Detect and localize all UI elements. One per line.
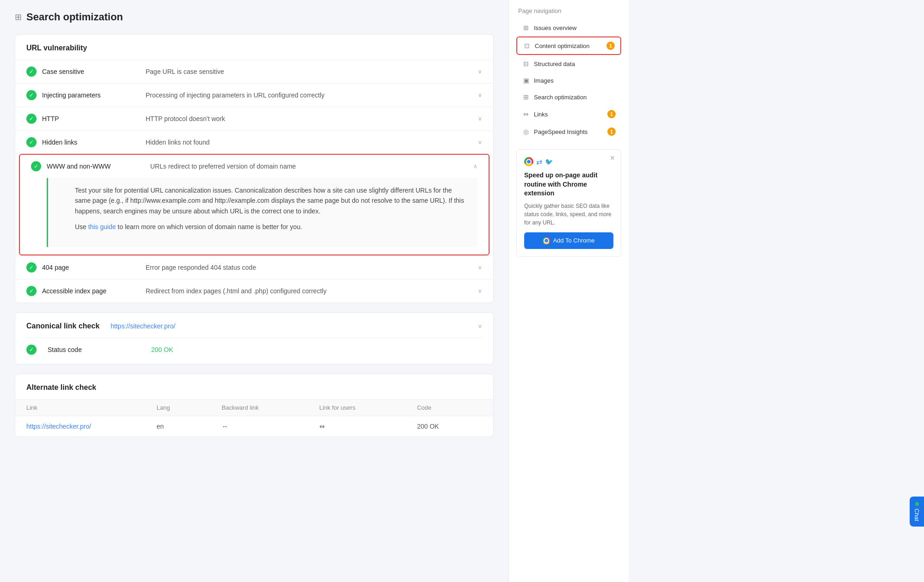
expanded-text-p1: Test your site for potential URL canonic… [75,185,466,216]
check-row-case-sensitive[interactable]: ✓ Case sensitive Page URL is case sensit… [15,60,493,83]
check-row-www[interactable]: ✓ WWW and non-WWW URLs redirect to prefe… [20,155,489,178]
chevron-404: ∨ [471,264,482,271]
links-icon: ⇔ [522,110,530,118]
canonical-status-row: ✓ Status code 200 OK [26,338,482,355]
alternate-table-header: Link Lang Backward link Link for users C… [15,399,493,416]
content-optimization-badge: 1 [606,42,615,50]
bird-icon: 🐦 [545,158,553,165]
pagespeed-icon: ◎ [522,128,530,135]
chevron-canonical: ∨ [471,323,482,329]
nav-label-links: Links [534,111,604,118]
check-label-accessible-index: Accessible index page [42,287,135,295]
row-lang: en [157,423,222,430]
check-icon-hidden-links: ✓ [26,137,37,147]
check-icon-status-code: ✓ [26,345,37,355]
check-icon-http: ✓ [26,114,37,124]
check-desc-injecting: Processing of injecting parameters in UR… [146,91,471,99]
arrows-icon: ⇄ [536,158,542,166]
row-backward: ↔ [222,423,319,430]
add-to-chrome-button[interactable]: Add To Chrome [524,232,613,249]
check-icon-case-sensitive: ✓ [26,67,37,77]
nav-label-images: Images [534,77,616,84]
chrome-promo: ✕ ⇄ 🐦 Speed up on-page audit routine wit… [516,149,621,257]
structured-data-icon: ⊟ [522,60,530,67]
alternate-title: Alternate link check [15,374,493,399]
page-header: ⊞ Search optimization [15,11,494,23]
check-row-hidden-links[interactable]: ✓ Hidden links Hidden links not found ∨ [15,130,493,154]
nav-item-links[interactable]: ⇔ Links 1 [516,106,621,122]
nav-item-images[interactable]: ▣ Images [516,73,621,88]
promo-description: Quickly gather basic SEO data like statu… [524,202,613,227]
nav-label-content-optimization: Content optimization [535,42,603,49]
chrome-btn-icon [543,237,550,244]
nav-title: Page navigation [516,7,621,14]
promo-close-button[interactable]: ✕ [610,154,615,162]
promo-title: Speed up on-page audit routine with Chro… [524,171,613,198]
canonical-header: Canonical link check https://sitechecker… [26,322,482,330]
issues-overview-icon: ⊞ [522,24,530,31]
add-to-chrome-label: Add To Chrome [553,237,594,244]
check-label-http: HTTP [42,115,135,122]
check-icon-404: ✓ [26,262,37,273]
links-badge: 1 [607,110,616,118]
check-label-www: WWW and non-WWW [47,163,139,170]
nav-label-structured-data: Structured data [534,61,616,67]
check-row-accessible-index[interactable]: ✓ Accessible index page Redirect from in… [15,279,493,303]
chevron-http: ∨ [471,115,482,122]
content-optimization-icon: ⊡ [523,42,531,49]
check-label-hidden-links: Hidden links [42,139,135,146]
alternate-section: Alternate link check Link Lang Backward … [15,374,494,437]
col-code: Code [417,404,482,411]
check-desc-http: HTTP protocol doesn't work [146,115,471,122]
chevron-injecting: ∨ [471,92,482,98]
expanded-text-p2: Use this guide to learn more on which ve… [75,222,466,232]
nav-item-pagespeed[interactable]: ◎ PageSpeed Insights 1 [516,123,621,140]
check-icon-accessible-index: ✓ [26,286,37,296]
chat-online-dot [915,502,919,506]
check-desc-404: Error page responded 404 status code [146,264,471,271]
nav-item-structured-data[interactable]: ⊟ Structured data [516,56,621,72]
nav-label-pagespeed: PageSpeed Insights [534,128,604,135]
check-desc-hidden-links: Hidden links not found [146,139,471,146]
row-for-users: ⇔ [319,423,417,430]
check-desc-www: URLs redirect to preferred version of do… [150,163,466,170]
row-code: 200 OK [417,423,482,430]
check-label-injecting: Injecting parameters [42,91,135,99]
expanded-content-www: Test your site for potential URL canonic… [47,178,477,247]
chat-button[interactable]: Chat [910,497,924,527]
canonical-title: Canonical link check [26,322,99,330]
table-row: https://sitechecker.pro/ en ↔ ⇔ 200 OK [15,416,493,436]
right-sidebar: Page navigation ⊞ Issues overview ⊡ Cont… [508,0,629,582]
nav-item-search-optimization[interactable]: ⊞ Search optimization [516,89,621,105]
check-icon-www: ✓ [31,161,41,171]
chevron-accessible-index: ∨ [471,288,482,294]
nav-label-issues-overview: Issues overview [534,24,616,31]
expanded-text-prefix: Use [75,223,88,230]
expanded-text-suffix: to learn more on which version of domain… [116,223,302,230]
chevron-hidden-links: ∨ [471,139,482,146]
chat-label: Chat [913,509,920,521]
canonical-url-link[interactable]: https://sitechecker.pro/ [110,322,471,330]
search-optimization-nav-icon: ⊞ [522,93,530,101]
promo-logos: ⇄ 🐦 [524,157,613,166]
expanded-www-row: ✓ WWW and non-WWW URLs redirect to prefe… [19,154,490,255]
check-desc-case-sensitive: Page URL is case sensitive [146,68,471,75]
col-link: Link [26,404,157,411]
canonical-status-value: 200 OK [151,346,173,353]
url-vulnerability-card: URL vulnerability ✓ Case sensitive Page … [15,34,494,303]
check-row-http[interactable]: ✓ HTTP HTTP protocol doesn't work ∨ [15,107,493,130]
check-row-injecting[interactable]: ✓ Injecting parameters Processing of inj… [15,83,493,107]
nav-label-search-optimization: Search optimization [534,94,616,101]
nav-item-issues-overview[interactable]: ⊞ Issues overview [516,20,621,36]
url-vulnerability-title: URL vulnerability [15,35,493,60]
chevron-www: ∧ [466,163,477,170]
search-optimization-icon: ⊞ [15,12,22,22]
expanded-guide-link[interactable]: this guide [88,223,116,230]
canonical-section: Canonical link check https://sitechecker… [15,312,494,364]
col-backward: Backward link [222,404,319,411]
nav-item-content-optimization[interactable]: ⊡ Content optimization 1 [516,36,621,55]
row-link[interactable]: https://sitechecker.pro/ [26,423,157,430]
col-lang: Lang [157,404,222,411]
check-row-404[interactable]: ✓ 404 page Error page responded 404 stat… [15,255,493,279]
col-for-users: Link for users [319,404,417,411]
